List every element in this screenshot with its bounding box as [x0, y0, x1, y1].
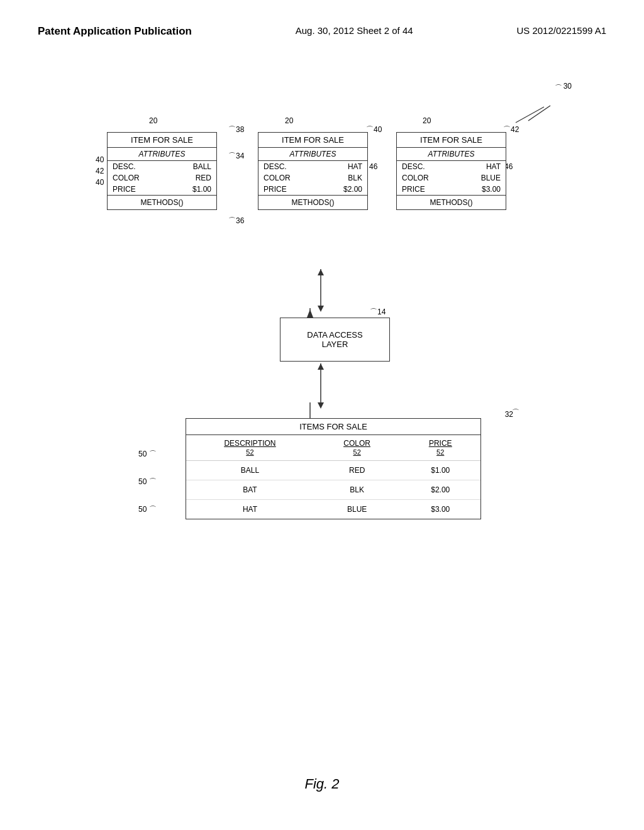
box3-attr-2: COLORBLUE: [397, 172, 506, 184]
row1-desc: BALL: [186, 461, 314, 480]
ref-50a-label: 50 ⌒: [138, 449, 157, 460]
ref-30-label: 30: [564, 82, 572, 91]
box2-section: ATTRIBUTES: [258, 148, 367, 161]
box1-methods: METHODS(): [108, 195, 216, 209]
col-ref-52c: 52: [436, 448, 444, 456]
row3-color: BLUE: [314, 500, 401, 519]
arrow-to-table: [305, 363, 336, 417]
sheet-info: Aug. 30, 2012 Sheet 2 of 44: [296, 25, 413, 36]
diagram: 30 ⌒ 20 ⌒38 40 42 40 ITEM FOR SALE ATTRI…: [38, 82, 606, 704]
box3-attr-3: PRICE$3.00: [397, 184, 506, 195]
row2-price: $2.00: [400, 480, 480, 500]
row3-price: $3.00: [400, 500, 480, 519]
box1-attr-1: DESC.BALL: [108, 161, 216, 172]
svg-marker-11: [318, 402, 324, 409]
ref-50b-label: 50 ⌒: [138, 477, 157, 487]
patent-number: US 2012/0221599 A1: [516, 25, 606, 36]
item-box-1: ITEM FOR SALE ATTRIBUTES DESC.BALL COLOR…: [107, 132, 217, 210]
box2-title: ITEM FOR SALE: [258, 133, 367, 148]
item-box-2: ITEM FOR SALE ATTRIBUTES DESC.HAT COLORB…: [258, 132, 368, 210]
ref-20a-label: 20: [149, 116, 157, 125]
box1-attr-3: PRICE$1.00: [108, 184, 216, 195]
data-table: ITEMS FOR SALE DESCRIPTION 52 COLOR 52: [186, 418, 481, 519]
box2-methods: METHODS(): [258, 195, 367, 209]
box3-attr-1: DESC.HAT: [397, 161, 506, 172]
header: Patent Application Publication Aug. 30, …: [38, 25, 606, 38]
col-price: PRICE 52: [400, 435, 480, 461]
box2-attr-2: COLORBLK: [258, 172, 367, 184]
row1-color: RED: [314, 461, 401, 480]
svg-marker-12: [318, 363, 324, 370]
col-color: COLOR 52: [314, 435, 401, 461]
box2-attr-1: DESC.HAT: [258, 161, 367, 172]
ref-36-label: ⌒36: [228, 216, 244, 226]
ref-20b-label: 20: [285, 116, 293, 125]
ref-14-label: ⌒14: [370, 307, 386, 318]
ref-46a-label: 46: [369, 162, 377, 171]
arrow-to-dal: [305, 269, 336, 319]
row2-desc: BAT: [186, 480, 314, 500]
table-row: BAT BLK $2.00: [186, 480, 480, 500]
dal-box: DATA ACCESS LAYER: [280, 318, 390, 362]
box3-title: ITEM FOR SALE: [397, 133, 506, 148]
svg-marker-9: [318, 269, 324, 275]
box1-attr-2: COLORRED: [108, 172, 216, 184]
ref-34-label: ⌒34: [228, 151, 244, 162]
box3-section: ATTRIBUTES: [397, 148, 506, 161]
ref-20c-label: 20: [423, 116, 431, 125]
row3-desc: HAT: [186, 500, 314, 519]
box3-methods: METHODS(): [397, 195, 506, 209]
ref-50c-label: 50 ⌒: [138, 504, 157, 515]
ref-42a-label: 42: [96, 167, 104, 175]
col-ref-52b: 52: [353, 448, 361, 456]
dal-line1: DATA ACCESS: [307, 330, 362, 340]
row1-price: $1.00: [400, 461, 480, 480]
row2-color: BLK: [314, 480, 401, 500]
ref-40a-label: 40: [96, 155, 104, 164]
col-description: DESCRIPTION 52: [186, 435, 314, 461]
box2-attr-3: PRICE$2.00: [258, 184, 367, 195]
ref-40b-label: 40: [96, 178, 104, 187]
dal-line2: LAYER: [322, 340, 348, 349]
ref-40-center-label: ⌒40: [366, 124, 382, 135]
col-ref-52a: 52: [246, 448, 253, 456]
publication-label: Patent Application Publication: [38, 25, 192, 38]
svg-marker-8: [318, 306, 324, 312]
ref-32-arrow: ⌒: [512, 407, 519, 418]
ref-38-label: ⌒38: [228, 124, 244, 135]
table-row: HAT BLUE $3.00: [186, 500, 480, 519]
box1-section: ATTRIBUTES: [108, 148, 216, 161]
box1-title: ITEM FOR SALE: [108, 133, 216, 148]
item-box-3: ITEM FOR SALE ATTRIBUTES DESC.HAT COLORB…: [396, 132, 506, 210]
table-title: ITEMS FOR SALE: [186, 419, 480, 435]
table-row: BALL RED $1.00: [186, 461, 480, 480]
figure-caption: Fig. 2: [0, 776, 644, 792]
